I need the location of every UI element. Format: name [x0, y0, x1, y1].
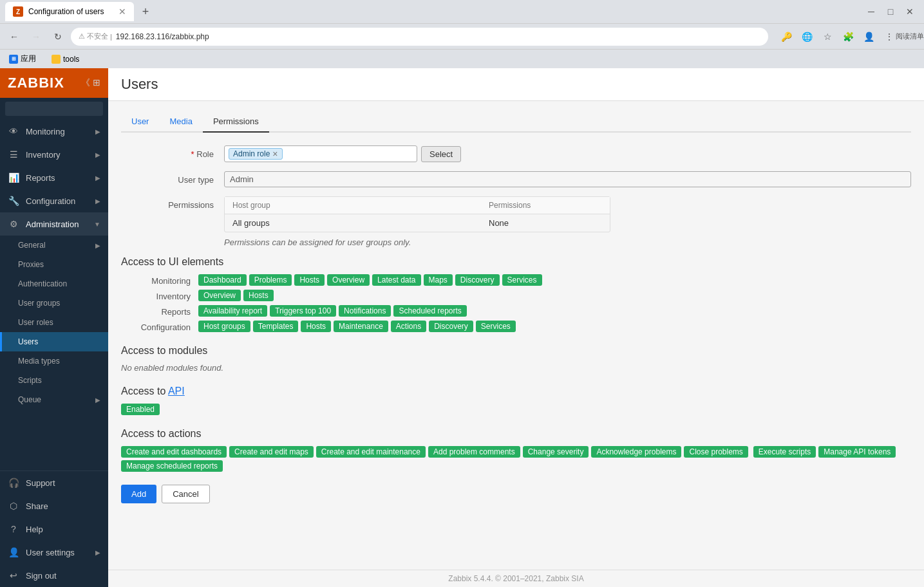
sidebar-item-share[interactable]: ⬡ Share: [0, 494, 108, 517]
sidebar-item-reports[interactable]: 📊 Reports ▶: [0, 166, 108, 189]
sidebar-item-queue[interactable]: Queue ▶: [0, 390, 108, 409]
page-title: Users: [121, 76, 911, 93]
role-tag-text: Admin role: [233, 149, 270, 158]
forward-button[interactable]: →: [27, 28, 45, 46]
collapse-icon[interactable]: 《: [81, 77, 90, 89]
monitoring-access-row: Monitoring Dashboard Problems Hosts Over…: [121, 274, 911, 286]
reports-access-row: Reports Availability report Triggers top…: [121, 305, 911, 317]
tag-execute-scripts: Execute scripts: [753, 446, 816, 458]
role-tag-remove[interactable]: ×: [272, 149, 278, 158]
tag-hosts: Hosts: [294, 274, 325, 286]
tag-api-enabled: Enabled: [121, 404, 160, 415]
role-row: Role Admin role × Select: [121, 145, 911, 162]
url-bar[interactable]: ⚠ 不安全 | 192.168.23.116/zabbix.php: [71, 28, 768, 46]
user-type-value: Admin: [224, 171, 911, 187]
sidebar-logo: ZABBIX 《 ⊞: [0, 68, 108, 98]
new-tab-button[interactable]: +: [137, 3, 155, 21]
general-arrow: ▶: [95, 242, 100, 249]
folder-icon: [52, 55, 61, 64]
tag-change-severity: Change severity: [523, 446, 589, 458]
role-input-wrapper: Admin role × Select: [224, 145, 911, 162]
tab-user[interactable]: User: [121, 111, 159, 133]
role-label: Role: [121, 145, 224, 159]
tag-host-groups: Host groups: [198, 321, 250, 332]
cancel-button[interactable]: Cancel: [162, 485, 209, 503]
sidebar-item-users[interactable]: Users: [0, 332, 108, 351]
sidebar-item-user-roles[interactable]: User roles: [0, 313, 108, 332]
url-text: 192.168.23.116/zabbix.php: [116, 32, 209, 41]
access-actions-title: Access to actions: [121, 428, 911, 440]
sidebar-item-configuration[interactable]: 🔧 Configuration ▶: [0, 189, 108, 212]
tag-add-comments: Add problem comments: [428, 446, 520, 458]
user-settings-arrow: ▶: [95, 549, 100, 556]
access-ui-section: Access to UI elements Monitoring Dashboa…: [121, 256, 911, 332]
refresh-button[interactable]: ↻: [49, 28, 67, 46]
reader-mode[interactable]: 阅读清单: [901, 28, 919, 46]
translate-icon[interactable]: 🌐: [798, 28, 816, 46]
sidebar-item-scripts[interactable]: Scripts: [0, 371, 108, 390]
sidebar-item-inventory[interactable]: ☰ Inventory ▶: [0, 143, 108, 166]
tag-maintenance: Maintenance: [334, 321, 388, 332]
sidebar-item-user-groups[interactable]: User groups: [0, 294, 108, 313]
access-api-section: Access to API Enabled: [121, 386, 911, 415]
sidebar-item-sign-out[interactable]: ↩ Sign out: [0, 564, 108, 587]
sidebar-user-settings-label: User settings: [26, 548, 89, 557]
tab-media[interactable]: Media: [159, 111, 202, 133]
bookmark-tools[interactable]: tools: [48, 53, 83, 65]
key-icon[interactable]: 🔑: [777, 28, 795, 46]
access-actions-section: Access to actions Create and edit dashbo…: [121, 428, 911, 472]
inventory-icon: ☰: [8, 149, 19, 160]
sidebar-item-media-types[interactable]: Media types: [0, 351, 108, 371]
inventory-access-label: Inventory: [121, 290, 198, 301]
back-button[interactable]: ←: [5, 28, 23, 46]
access-api-title: Access to API: [121, 386, 911, 397]
sidebar-item-support[interactable]: 🎧 Support: [0, 471, 108, 494]
page-header: Users: [108, 68, 924, 101]
sidebar-search-input[interactable]: [5, 102, 103, 116]
tab-close-icon[interactable]: ✕: [118, 6, 126, 17]
access-modules-title: Access to modules: [121, 345, 911, 357]
permissions-table-row: All groups None: [225, 214, 610, 232]
role-tag-input[interactable]: Admin role ×: [224, 145, 417, 162]
select-role-button[interactable]: Select: [421, 146, 461, 162]
sidebar-inventory-label: Inventory: [26, 150, 89, 160]
administration-arrow: ▼: [94, 221, 100, 228]
browser-tab[interactable]: Z Configuration of users ✕: [5, 2, 134, 21]
minimize-button[interactable]: ─: [862, 3, 880, 21]
reports-icon: 📊: [8, 172, 19, 183]
sidebar-item-proxies[interactable]: Proxies: [0, 255, 108, 274]
sidebar-item-administration[interactable]: ⚙ Administration ▼: [0, 212, 108, 236]
sidebar-item-user-settings[interactable]: 👤 User settings ▶: [0, 541, 108, 564]
support-icon: 🎧: [8, 477, 19, 489]
administration-icon: ⚙: [8, 218, 19, 230]
tag-actions: Actions: [391, 321, 426, 332]
bookmark-apps[interactable]: ⊞ 应用: [5, 52, 40, 66]
permissions-label: Permissions: [121, 196, 224, 210]
window-controls: ─ □ ✕: [862, 3, 919, 21]
tag-inventory-hosts: Hosts: [243, 290, 274, 301]
main-content: Users User Media Permissions Role Admin …: [108, 68, 924, 587]
profile-icon[interactable]: 👤: [860, 28, 878, 46]
tag-maps: Maps: [424, 274, 453, 286]
tag-notifications: Notifications: [339, 305, 391, 317]
share-icon: ⬡: [8, 500, 19, 512]
sidebar-item-authentication[interactable]: Authentication: [0, 274, 108, 294]
access-ui-title: Access to UI elements: [121, 256, 911, 268]
sidebar: ZABBIX 《 ⊞ 👁 Monitoring ▶ ☰ Inventory ▶ …: [0, 68, 108, 587]
add-button[interactable]: Add: [121, 485, 156, 503]
tab-permissions[interactable]: Permissions: [203, 111, 269, 133]
close-button[interactable]: ✕: [901, 3, 919, 21]
api-link[interactable]: API: [168, 386, 185, 396]
extension-icon[interactable]: 🧩: [839, 28, 857, 46]
footer-text: Zabbix 5.4.4. © 2001–2021, Zabbix SIA: [448, 574, 583, 583]
user-type-label: User type: [121, 171, 224, 185]
sidebar-item-general[interactable]: General ▶: [0, 236, 108, 255]
bookmark-icon[interactable]: ☆: [818, 28, 836, 46]
bookmark-tools-label: tools: [63, 55, 79, 64]
maximize-button[interactable]: □: [882, 3, 900, 21]
role-field: Admin role × Select: [224, 145, 911, 162]
sidebar-item-help[interactable]: ? Help: [0, 517, 108, 541]
sidebar-item-monitoring[interactable]: 👁 Monitoring ▶: [0, 120, 108, 143]
expand-icon[interactable]: ⊞: [93, 77, 100, 89]
apps-icon: ⊞: [9, 55, 18, 64]
